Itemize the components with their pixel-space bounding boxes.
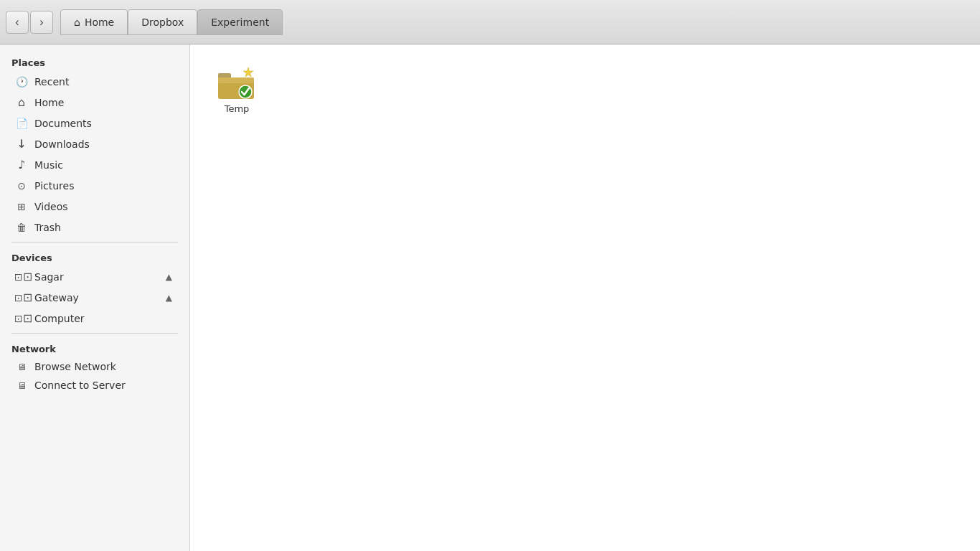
sagar-device-icon: ⊡ — [14, 270, 29, 283]
documents-label: Documents — [34, 118, 175, 129]
folder-temp-svg — [217, 65, 257, 100]
content-area: Temp — [190, 44, 980, 551]
sidebar: Places Recent Home Documents Downloads M… — [0, 44, 190, 551]
recent-icon — [14, 75, 29, 88]
sidebar-item-home[interactable]: Home — [3, 92, 187, 113]
pictures-label: Pictures — [34, 180, 175, 192]
pictures-icon — [14, 179, 29, 192]
devices-section-title: Devices — [0, 247, 189, 266]
folder-temp[interactable]: Temp — [204, 59, 269, 120]
recent-label: Recent — [34, 76, 175, 88]
svg-marker-3 — [243, 67, 253, 77]
videos-icon — [14, 199, 29, 213]
sidebar-item-trash[interactable]: Trash — [3, 217, 187, 237]
sidebar-item-music[interactable]: Music — [3, 154, 187, 175]
tab-experiment-label: Experiment — [211, 17, 269, 28]
sidebar-item-sagar[interactable]: ⊡ Sagar ▲ — [3, 266, 187, 287]
places-devices-divider — [11, 242, 178, 242]
places-section-title: Places — [0, 52, 189, 71]
connect-server-icon: 🖥 — [14, 380, 29, 391]
sagar-eject-button[interactable]: ▲ — [163, 270, 175, 283]
sidebar-item-gateway[interactable]: ⊡ Gateway ▲ — [3, 287, 187, 308]
downloads-label: Downloads — [34, 138, 175, 150]
sidebar-item-browse-network[interactable]: 🖥 Browse Network — [3, 357, 187, 376]
gateway-eject-button[interactable]: ▲ — [163, 291, 175, 304]
sidebar-item-recent[interactable]: Recent — [3, 71, 187, 92]
videos-label: Videos — [34, 201, 175, 212]
browse-network-icon: 🖥 — [14, 362, 29, 372]
svg-rect-2 — [218, 77, 254, 83]
devices-network-divider — [11, 333, 178, 334]
sidebar-item-connect-server[interactable]: 🖥 Connect to Server — [3, 376, 187, 395]
nav-buttons: ‹ › — [6, 11, 53, 34]
home-label: Home — [34, 97, 175, 108]
trash-label: Trash — [34, 222, 175, 233]
tab-dropbox-label: Dropbox — [141, 17, 184, 28]
top-bar: ‹ › ⌂ Home Dropbox Experiment — [0, 0, 980, 44]
home-icon — [14, 95, 29, 109]
sagar-label: Sagar — [34, 271, 157, 283]
network-section-title: Network — [0, 338, 189, 357]
trash-icon — [14, 220, 29, 234]
computer-label: Computer — [34, 313, 175, 324]
forward-button[interactable]: › — [30, 11, 53, 34]
sidebar-item-pictures[interactable]: Pictures — [3, 175, 187, 196]
connect-server-label: Connect to Server — [34, 380, 175, 391]
gateway-label: Gateway — [34, 292, 157, 303]
back-button[interactable]: ‹ — [6, 11, 29, 34]
downloads-icon — [14, 137, 29, 151]
sidebar-item-downloads[interactable]: Downloads — [3, 133, 187, 154]
sidebar-item-documents[interactable]: Documents — [3, 113, 187, 133]
computer-device-icon: ⊡ — [14, 311, 29, 325]
tab-dropbox[interactable]: Dropbox — [128, 9, 197, 35]
sidebar-item-videos[interactable]: Videos — [3, 196, 187, 217]
tab-home[interactable]: ⌂ Home — [60, 9, 128, 35]
documents-icon — [14, 116, 29, 130]
gateway-device-icon: ⊡ — [14, 291, 29, 304]
home-tab-icon: ⌂ — [74, 17, 80, 28]
tab-home-label: Home — [85, 17, 114, 28]
tab-bar: ⌂ Home Dropbox Experiment — [60, 9, 283, 35]
tab-experiment[interactable]: Experiment — [197, 9, 283, 35]
folder-temp-label: Temp — [225, 103, 250, 114]
folder-temp-icon — [217, 65, 257, 100]
sidebar-item-computer[interactable]: ⊡ Computer — [3, 308, 187, 329]
browse-network-label: Browse Network — [34, 361, 175, 372]
music-icon — [14, 158, 29, 171]
music-label: Music — [34, 159, 175, 171]
main-area: Places Recent Home Documents Downloads M… — [0, 44, 980, 551]
